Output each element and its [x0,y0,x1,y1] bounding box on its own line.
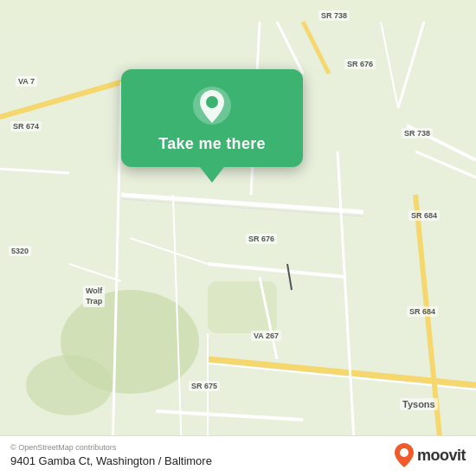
road-label-sr675: SR 675 [189,381,220,391]
take-me-there-button[interactable]: Take me there [158,135,266,153]
svg-point-2 [26,355,113,415]
road-label-sr676-mid: SR 676 [246,234,277,244]
location-pin-icon [191,85,233,126]
road-label-sr738-top: SR 738 [318,10,350,21]
road-label-sr684-top: SR 684 [408,210,440,221]
popup-card: Take me there [121,69,303,167]
moovit-logo: moovit [395,443,466,467]
road-label-sr676-top: SR 676 [344,59,376,69]
address-text: 9401 Gamba Ct, Washington / Baltimore [10,454,212,467]
svg-point-30 [206,96,218,108]
road-label-sr738-right: SR 738 [402,128,433,138]
label-tysons: Tysons [400,398,438,410]
moovit-pin-icon [395,443,414,467]
svg-point-31 [400,448,408,457]
osm-credit: © OpenStreetMap contributors [10,443,212,452]
road-label-sr684-bot: SR 684 [407,306,438,317]
bottom-bar: © OpenStreetMap contributors 9401 Gamba … [0,435,476,476]
road-label-va7: VA 7 [16,76,37,87]
map-container: SR 738 VA 7 SR 676 SR 674 SR 738 SR 676 … [0,0,476,476]
label-wolf-trap: WolfTrap [83,286,105,307]
moovit-text: moovit [417,447,466,465]
road-label-5320: 5320 [9,246,31,256]
road-label-sr674: SR 674 [10,121,42,132]
road-label-va267: VA 267 [251,331,281,341]
bottom-left-info: © OpenStreetMap contributors 9401 Gamba … [10,443,212,467]
